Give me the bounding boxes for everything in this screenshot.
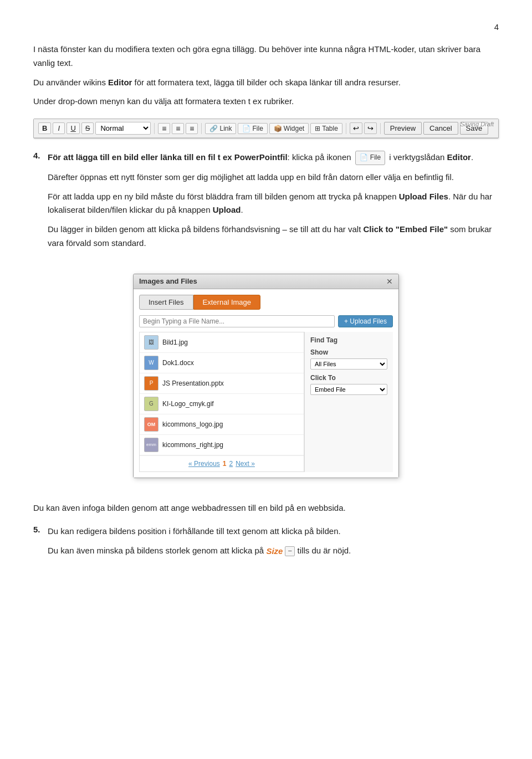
file-search-input[interactable] [139,315,335,327]
file-item-bild1[interactable]: 🖼 Bild1.jpg [140,332,304,353]
undo-button[interactable]: ↩ [350,122,362,134]
show-label: Show [310,348,341,356]
section-4-para-1: För att lägga till en bild eller länka t… [48,151,499,165]
section-4-para-2: Därefter öppnas ett nytt fönster som ger… [48,171,499,184]
file-list: 🖼 Bild1.jpg W Dok1.docx P JS Presentatio… [139,332,304,472]
link-icon: 🔗 [209,125,218,132]
tab-insert-files[interactable]: Insert Files [139,295,193,310]
file-item-logo[interactable]: OM kicommons_logo.jpg [140,414,304,435]
toolbar-separator-1 [154,123,155,134]
file-thumb-bild1: 🖼 [144,335,158,350]
size-minus-icon: − [285,546,295,556]
file-name-gif: KI-Logo_cmyk.gif [162,400,214,408]
widget-button[interactable]: 📦 Widget [269,123,309,134]
file-thumb-right: emm [144,438,158,452]
click-to-select[interactable]: Embed File Link to File [310,384,387,395]
find-tag-label: Find Tag [310,336,341,344]
file-item-right[interactable]: emm kicommons_right.jpg [140,435,304,455]
page-number: 4 [33,22,499,32]
dialog-body: Insert Files External Image + Upload Fil… [134,289,398,478]
format-select[interactable]: Normal Heading 1 Heading 2 Heading 3 [95,122,151,135]
section-5-para-1: Du kan redigera bildens position i förhå… [48,525,499,539]
file-name-bild1: Bild1.jpg [162,339,188,346]
section-5-number: 5. [33,525,44,563]
editor-toolbar: B I U S Normal Heading 1 Heading 2 Headi… [34,119,498,138]
toolbar-separator-4 [380,123,381,134]
link-label: Link [219,125,232,132]
dialog-tabs: Insert Files External Image [139,295,393,310]
preview-button[interactable]: Preview [384,122,422,135]
section-4-para-4: Du lägger in bilden genom att klicka på … [48,223,499,250]
saving-draft-label: Saving Draft [460,121,494,127]
section-4-number: 4. [33,151,44,256]
file-icon: 📄 [242,125,250,132]
section-4-para-3: För att ladda upp en ny bild måste du fö… [48,190,499,218]
table-button[interactable]: ⊞ Table [310,123,342,134]
next-page-link[interactable]: Next » [236,460,255,468]
show-select[interactable]: All Files Images Documents [310,358,387,370]
file-item-pptx[interactable]: P JS Presentation.pptx [140,373,304,394]
file-item-dok1[interactable]: W Dok1.docx [140,353,304,373]
file-item-gif[interactable]: G KI-Logo_cmyk.gif [140,394,304,414]
file-icon-inline: 📄 File [355,151,385,165]
table-label: Table [322,125,338,132]
redo-button[interactable]: ↪ [364,122,377,134]
file-thumb-logo: OM [144,417,158,432]
dialog-sidebar: Find Tag Show All Files Images Documents… [304,332,393,472]
file-name-pptx: JS Presentation.pptx [162,380,224,387]
intro-paragraph-1: I nästa fönster kan du modifiera texten … [33,43,499,70]
cancel-button[interactable]: Cancel [423,122,458,135]
dialog-search-row: + Upload Files [139,315,393,327]
unordered-list-button[interactable]: ≡ [158,123,170,134]
section-5-para-2: Du kan även minska på bildens storlek ge… [48,544,499,558]
click-to-label: Click To [310,374,341,382]
page-2-link[interactable]: 2 [229,460,233,468]
file-name-right: kicommons_right.jpg [162,441,223,449]
dialog-container: Images and Files ✕ Insert Files External… [33,261,499,490]
bold-button[interactable]: B [38,122,51,134]
dialog-pagination: « Previous 1 2 Next » [140,455,304,471]
table-icon: ⊞ [315,125,320,132]
find-tag-row: Find Tag [310,336,387,344]
prev-page-link[interactable]: « Previous [188,460,220,468]
dialog-titlebar: Images and Files ✕ [134,274,398,289]
align-button[interactable]: ≡ [186,123,198,134]
size-text: Size [266,545,283,558]
widget-icon: 📦 [274,125,282,132]
file-button-label: File [252,125,263,132]
upload-files-button[interactable]: + Upload Files [338,315,393,327]
file-name-logo: kicommons_logo.jpg [162,420,223,428]
section-5: 5. Du kan redigera bildens position i fö… [33,525,499,563]
file-inline-icon: 📄 [360,152,368,163]
dialog-content: 🖼 Bild1.jpg W Dok1.docx P JS Presentatio… [139,332,393,472]
toolbar-separator-2 [201,123,202,134]
file-inline-label: File [370,152,381,163]
dialog-title: Images and Files [139,277,197,285]
file-thumb-dok1: W [144,356,158,370]
toolbar-separator-3 [346,123,346,134]
section-4: 4. För att lägga till en bild eller länk… [33,151,499,256]
tab-external-image[interactable]: External Image [193,295,260,310]
click-to-row: Click To Embed File Link to File [310,374,387,395]
link-button[interactable]: 🔗 Link [205,123,236,134]
bottom-paragraph: Du kan även infoga bilden genom att ange… [33,501,499,515]
file-name-dok1: Dok1.docx [162,359,194,367]
show-row: Show All Files Images Documents [310,348,387,370]
underline-button[interactable]: U [66,122,79,134]
size-badge: Size − [266,545,295,558]
section-5-content: Du kan redigera bildens position i förhå… [48,525,499,563]
images-files-dialog: Images and Files ✕ Insert Files External… [133,274,399,478]
page-1-link[interactable]: 1 [223,460,227,468]
editor-toolbar-wrapper: Saving Draft B I U S Normal Heading 1 He… [33,119,499,139]
intro-paragraph-3: Under drop-down menyn kan du välja att f… [33,95,499,109]
file-thumb-pptx: P [144,376,158,391]
strikethrough-button[interactable]: S [81,122,94,134]
italic-button[interactable]: I [53,122,65,134]
ordered-list-button[interactable]: ≡ [172,123,184,134]
intro-paragraph-2: Du använder wikins Editor för att format… [33,76,499,90]
section-4-content: För att lägga till en bild eller länka t… [48,151,499,256]
file-button[interactable]: 📄 File [238,123,267,134]
widget-label: Widget [284,125,304,132]
dialog-close-button[interactable]: ✕ [386,277,393,286]
file-thumb-gif: G [144,397,158,411]
